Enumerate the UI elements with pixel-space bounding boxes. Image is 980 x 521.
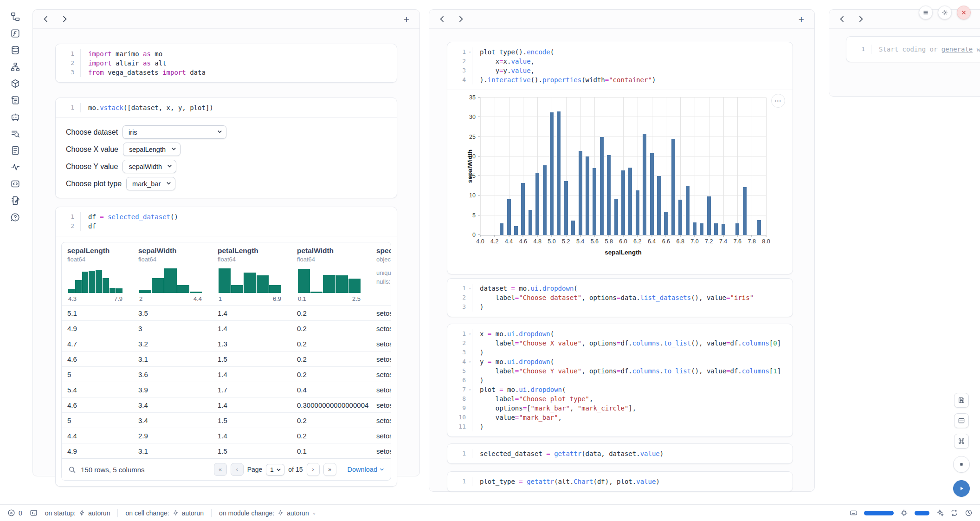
empty-code-cell[interactable]: 1 Start coding or generate with AI — [846, 36, 980, 62]
table-cell: 1.4 — [212, 306, 291, 320]
add-cell-button[interactable]: + — [404, 14, 409, 24]
code-line[interactable]: 5 label="Choose Y value", options=df.col… — [447, 366, 793, 376]
code-line[interactable]: 1df = selected_dataset() — [56, 212, 397, 221]
code-line[interactable]: 2df — [56, 221, 397, 231]
code-line[interactable]: 1selected_dataset = getattr(data, datase… — [447, 449, 793, 458]
errors-indicator[interactable]: 0 — [7, 509, 22, 517]
column-move-left-button[interactable] — [839, 16, 845, 22]
table-cell: 5 — [62, 367, 133, 382]
last-page-button[interactable]: » — [323, 463, 336, 476]
sidebar-item-scratchpad[interactable] — [10, 195, 20, 206]
dropdown-choose-plot-type[interactable]: mark_bar — [126, 177, 175, 190]
code-line[interactable]: 3 y=y.value, — [447, 66, 793, 75]
settings-button[interactable] — [938, 6, 952, 20]
menu-button[interactable] — [919, 6, 933, 20]
code-line[interactable]: 2 label="Choose X value", options=df.col… — [447, 339, 793, 348]
column-move-right-button[interactable] — [458, 16, 464, 22]
sidebar-item-help[interactable] — [10, 212, 20, 222]
histogram-bar — [310, 292, 322, 293]
code-line[interactable]: 10 value="mark_bar", — [447, 413, 793, 422]
runtime-on-cell-change[interactable]: on cell change: autorun — [125, 509, 204, 517]
code-line[interactable]: 1⌄x = mo.ui.dropdown( — [447, 329, 793, 339]
code-line[interactable]: 9 options=["mark_bar", "mark_circle"], — [447, 404, 793, 413]
run-all-button[interactable] — [953, 480, 970, 497]
dropdown-choose-y-value[interactable]: sepalWidth — [122, 160, 176, 173]
dataframe-table: sepalLengthfloat644.37.9sepalWidthfloat6… — [61, 242, 391, 481]
column-header[interactable]: petalWidthfloat640.12.5 — [291, 242, 371, 305]
code-line[interactable]: 8 label="Choose plot type", — [447, 394, 793, 404]
clock-icon[interactable] — [965, 509, 973, 517]
sidebar-item-snippets[interactable] — [10, 179, 20, 189]
runtime-on-module-change[interactable]: on module change: autorun ⌄ — [219, 509, 316, 517]
code-line[interactable]: 3) — [447, 302, 793, 312]
code-line[interactable]: 2 x=x.value, — [447, 57, 793, 66]
sidebar-item-ai-chat[interactable] — [10, 112, 20, 122]
code-line[interactable]: 7⌄plot = mo.ui.dropdown( — [447, 385, 793, 394]
generate-with-ai-link[interactable]: generate — [941, 46, 973, 53]
sidebar-item-packages[interactable] — [10, 78, 20, 89]
interrupt-button[interactable] — [953, 456, 970, 473]
first-page-button[interactable]: « — [214, 463, 227, 476]
code-line[interactable]: 4⌄y = mo.ui.dropdown( — [447, 357, 793, 366]
next-page-button[interactable]: › — [307, 463, 320, 476]
fold-caret-icon[interactable]: ⌄ — [469, 283, 471, 293]
line-number: 9 — [447, 404, 472, 413]
prev-page-button[interactable]: ‹ — [231, 463, 244, 476]
histogram-bar — [68, 289, 75, 293]
code-line[interactable]: 1mo.vstack([dataset, x, y, plot]) — [56, 103, 397, 112]
sidebar-item-dependency-graph[interactable] — [10, 62, 20, 72]
code-line[interactable]: 2 label="Choose dataset", options=data.l… — [447, 293, 793, 302]
download-button[interactable]: Download — [348, 466, 385, 473]
sidebar-item-tracing[interactable] — [10, 129, 20, 139]
line-number: 3 — [447, 66, 472, 75]
sidebar-item-activity[interactable] — [10, 162, 20, 172]
chart-menu-button[interactable]: ••• — [771, 94, 785, 108]
sync-icon[interactable] — [950, 509, 958, 517]
column-header[interactable]: sepalLengthfloat644.37.9 — [62, 242, 133, 305]
shutdown-button[interactable] — [957, 6, 971, 20]
runtime-on-startup[interactable]: on startup: autorun — [45, 509, 110, 517]
code-line[interactable]: 3from vega_datasets import data — [56, 68, 397, 77]
panel-layout-button[interactable] — [954, 413, 969, 428]
fold-caret-icon[interactable]: ⌄ — [469, 384, 471, 394]
sidebar-item-database[interactable] — [10, 45, 20, 55]
code-line[interactable]: 2import altair as alt — [56, 59, 397, 68]
add-cell-button[interactable]: + — [799, 14, 804, 24]
fold-caret-icon[interactable]: ⌄ — [469, 357, 471, 366]
column-header[interactable]: sepalWidthfloat6424.4 — [133, 242, 212, 305]
code-line[interactable]: 1import marimo as mo — [56, 49, 397, 59]
column-name: petalLength — [218, 247, 291, 255]
code-line[interactable]: 4).interactive().properties(width="conta… — [447, 75, 793, 85]
terminal-button[interactable] — [30, 509, 38, 517]
search-icon[interactable] — [68, 466, 76, 474]
dropdown-choose-dataset[interactable]: iris — [122, 125, 226, 139]
code-text: df — [80, 221, 397, 231]
sidebar-item-functions[interactable] — [10, 28, 20, 39]
ai-sparkle-icon[interactable] — [936, 509, 944, 517]
sidebar-item-file-tree[interactable] — [10, 12, 20, 22]
sidebar-item-logs[interactable] — [10, 95, 20, 105]
keyboard-shortcuts-button[interactable] — [954, 434, 969, 449]
column-header[interactable]: petalLengthfloat6416.9 — [212, 242, 291, 305]
column-header[interactable]: speciesobjectuniquenulls: — [371, 242, 391, 305]
column-move-left-button[interactable] — [43, 16, 48, 22]
dropdown-choose-x-value[interactable]: sepalLength — [123, 143, 181, 156]
code-line[interactable]: 1⌄dataset = mo.ui.dropdown( — [447, 284, 793, 293]
save-button[interactable] — [954, 393, 969, 408]
code-line[interactable]: 1⌄plot_type().encode( — [447, 47, 793, 57]
fold-caret-icon[interactable]: ⌄ — [469, 329, 471, 338]
column-move-left-button[interactable] — [439, 16, 445, 22]
fold-caret-icon[interactable]: ⌄ — [469, 47, 471, 56]
code-line[interactable]: 1 Start coding or generate with AI — [846, 45, 980, 54]
column-move-right-button[interactable] — [858, 16, 864, 22]
code-line[interactable]: 1plot_type = getattr(alt.Chart(df), plot… — [447, 477, 793, 486]
sidebar-item-documentation[interactable] — [10, 145, 20, 156]
keyboard-icon[interactable] — [850, 509, 858, 517]
code-line[interactable]: 11) — [447, 422, 793, 431]
code-line[interactable]: 3) — [447, 348, 793, 357]
column-move-right-button[interactable] — [62, 16, 67, 22]
page-select[interactable]: 1 — [266, 464, 284, 475]
chart-output[interactable]: 051015202530354.04.24.44.64.85.05.25.45.… — [447, 90, 793, 274]
code-line[interactable]: 6) — [447, 376, 793, 385]
histogram-bar — [269, 285, 281, 293]
